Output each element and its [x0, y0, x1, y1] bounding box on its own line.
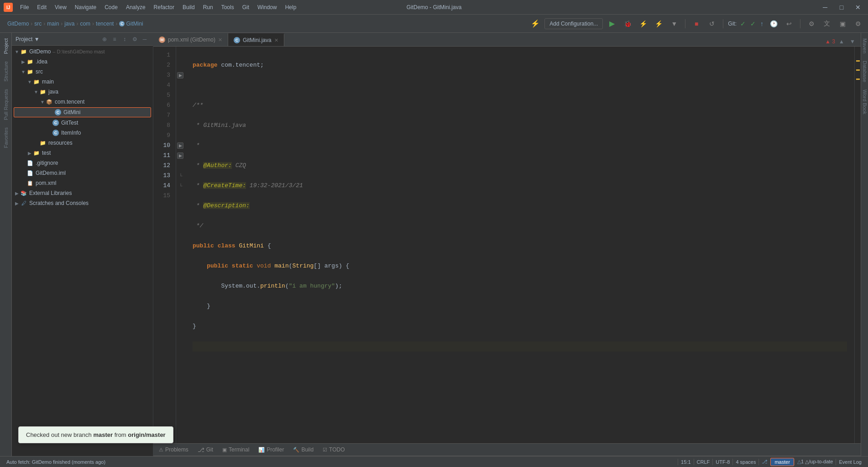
vcs-icon[interactable]: ⚡ [529, 17, 542, 30]
database-label[interactable]: Database [861, 57, 868, 86]
fold-btn-11[interactable]: ▶ [177, 152, 183, 159]
run-button[interactable]: ▶ [606, 17, 618, 30]
menu-refactor[interactable]: Refactor [150, 2, 178, 12]
tree-item-gitdemo-iml[interactable]: 📄 GitDemo.iml [12, 168, 153, 178]
close-button[interactable]: ✕ [852, 1, 864, 14]
code-editor[interactable]: package com.tencent; /** * GitMini.java … [185, 47, 854, 443]
tree-item-pom[interactable]: 📋 pom.xml [12, 178, 153, 188]
breadcrumb-src[interactable]: src [34, 21, 42, 27]
status-autofetch[interactable]: Auto fetch: GitDemo finished (moments ag… [4, 457, 108, 467]
tree-item-iteminfo[interactable]: C ItemInfo [12, 128, 153, 138]
status-branch[interactable]: master [770, 458, 794, 466]
tab-gitmini-close[interactable]: ✕ [274, 37, 278, 43]
project-locate-icon[interactable]: ⊕ [100, 35, 109, 44]
terminal-icon: ▣ [222, 447, 227, 453]
status-event-log[interactable]: Event Log [836, 457, 864, 467]
menu-help[interactable]: Help [282, 2, 300, 12]
tree-item-gittest[interactable]: C GitTest [12, 118, 153, 128]
menu-code[interactable]: Code [101, 2, 121, 12]
sidebar-structure-label[interactable]: Structure [1, 58, 10, 85]
menu-tools[interactable]: Tools [218, 2, 238, 12]
status-indent[interactable]: 4 spaces [733, 457, 758, 467]
scroll-up-icon[interactable]: ▲ [837, 37, 846, 46]
menu-analyze[interactable]: Analyze [122, 2, 149, 12]
tree-item-src[interactable]: ▼ 📁 src [12, 67, 153, 77]
breadcrumb-com[interactable]: com [80, 21, 90, 27]
tree-item-main[interactable]: ▼ 📁 main [12, 77, 153, 87]
status-line-ending[interactable]: CRLF [694, 457, 713, 467]
tree-arrow-com-tencent: ▼ [39, 100, 46, 105]
project-collapse-icon[interactable]: ≡ [110, 35, 119, 44]
tree-item-com-tencent[interactable]: ▼ 📦 com.tencent [12, 97, 153, 107]
stop-button[interactable]: ■ [690, 17, 703, 30]
breadcrumb-gitmini[interactable]: C GitMini [119, 21, 143, 27]
translate-icon[interactable]: 文 [821, 17, 833, 30]
debug-button[interactable]: 🐞 [621, 17, 634, 30]
tab-git[interactable]: ⎇ Git [194, 444, 217, 455]
git-push-icon[interactable]: ✓ [750, 20, 756, 27]
status-encoding[interactable]: UTF-8 [713, 457, 732, 467]
menu-view[interactable]: View [51, 2, 70, 12]
tab-pom-xml[interactable]: M pom.xml (GitDemo) ✕ [153, 33, 228, 46]
breadcrumb-tencent[interactable]: tencent [96, 21, 114, 27]
tree-item-external-libs[interactable]: ▶ 📚 External Libraries [12, 188, 153, 198]
tree-item-resources[interactable]: 📁 resources [12, 138, 153, 148]
coverage-button[interactable]: ⚡ [637, 17, 649, 30]
sidebar-project-label[interactable]: Project [1, 35, 10, 58]
menu-window[interactable]: Window [254, 2, 281, 12]
tab-todo[interactable]: ☑ TODO [319, 444, 348, 455]
profiler-icon: 📊 [258, 447, 265, 453]
word-book-label[interactable]: Word Book [861, 86, 868, 118]
tree-item-gitmini[interactable]: C GitMini [14, 107, 151, 117]
menu-file[interactable]: File [16, 2, 32, 12]
tab-gitmini-java[interactable]: C GitMini.java ✕ [228, 33, 284, 46]
tree-item-idea[interactable]: ▶ 📁 .idea [12, 57, 153, 67]
profile-button[interactable]: ⚡ [652, 17, 665, 30]
breadcrumb-java[interactable]: java [64, 21, 74, 27]
tree-label-gitignore: .gitignore [36, 160, 58, 166]
project-panel-title[interactable]: Project ▼ [16, 36, 40, 42]
tab-profiler[interactable]: 📊 Profiler [255, 444, 288, 455]
rerun-button[interactable]: ↺ [706, 17, 718, 30]
tree-path-gitdemo: – D:\test\GitDemo mast [52, 49, 105, 54]
tab-terminal[interactable]: ▣ Terminal [219, 444, 253, 455]
menu-run[interactable]: Run [199, 2, 217, 12]
minimize-button[interactable]: ─ [819, 1, 831, 14]
sidebar-favorites-label[interactable]: Favorites [1, 124, 10, 152]
status-position[interactable]: 15:1 [678, 457, 693, 467]
fold-btn-10[interactable]: ▶ [177, 142, 183, 149]
status-changes[interactable]: △ 1 △/up-to-date [795, 457, 836, 467]
menu-navigate[interactable]: Navigate [71, 2, 100, 12]
scroll-down-icon[interactable]: ▼ [848, 37, 857, 46]
project-settings-icon[interactable]: ⚙ [130, 35, 139, 44]
menu-git[interactable]: Git [239, 2, 253, 12]
tab-build[interactable]: 🔨 Build [289, 444, 317, 455]
add-configuration-button[interactable]: Add Configuration... [544, 18, 603, 29]
settings-icon[interactable]: ⚙ [852, 17, 864, 30]
scratches-icon: 🖊 [20, 199, 27, 207]
menu-edit[interactable]: Edit [33, 2, 50, 12]
project-minimize-icon[interactable]: ─ [140, 35, 149, 44]
maximize-button[interactable]: □ [835, 1, 848, 14]
tree-item-gitdemo[interactable]: ▼ 📁 GitDemo – D:\test\GitDemo mast [12, 47, 153, 57]
breadcrumb-gitdemo[interactable]: GitDemo [7, 21, 29, 27]
fold-btn-3[interactable]: ▶ [177, 72, 183, 79]
vcs-roots-icon[interactable]: ⚙ [805, 17, 818, 30]
sidebar-pull-requests-label[interactable]: Pull Requests [1, 85, 10, 124]
maven-label[interactable]: Maven [861, 35, 868, 57]
tab-pom-close[interactable]: ✕ [218, 37, 222, 43]
tree-item-java[interactable]: ▼ 📁 java [12, 87, 153, 97]
tree-item-test[interactable]: ▶ 📁 test [12, 148, 153, 158]
git-update-icon[interactable]: ↑ [760, 20, 763, 27]
git-rollback-icon[interactable]: ↩ [783, 17, 795, 30]
breadcrumb-main[interactable]: main [47, 21, 59, 27]
menu-build[interactable]: Build [179, 2, 199, 12]
git-history-icon[interactable]: 🕐 [767, 17, 780, 30]
project-sort-icon[interactable]: ↕ [120, 35, 129, 44]
dropdown-button[interactable]: ▼ [668, 17, 680, 30]
tree-item-scratches[interactable]: ▶ 🖊 Scratches and Consoles [12, 198, 153, 208]
tab-problems[interactable]: ⚠ Problems [155, 444, 192, 455]
layout-icon[interactable]: ▣ [836, 17, 849, 30]
tree-item-gitignore[interactable]: 📄 .gitignore [12, 158, 153, 168]
git-commit-icon[interactable]: ✓ [740, 20, 746, 27]
